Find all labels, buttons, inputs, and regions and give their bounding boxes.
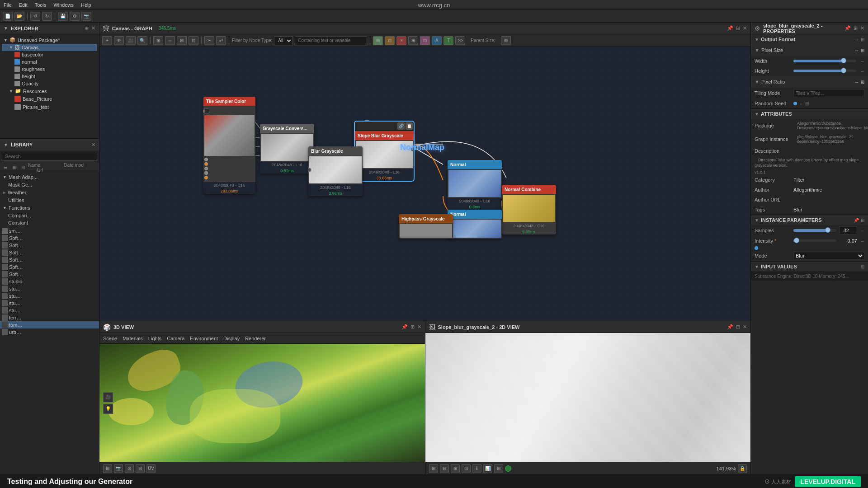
- settings-button[interactable]: ⚙: [70, 12, 80, 21]
- 2d-tb-2[interactable]: ⊟: [440, 464, 449, 473]
- tree-canvas[interactable]: ▼ 🖼 Canvas: [2, 44, 97, 51]
- menu-edit[interactable]: Edit: [19, 2, 28, 8]
- redo-button[interactable]: ↻: [42, 12, 52, 21]
- cat-compari[interactable]: Compari...: [0, 212, 99, 219]
- 2d-view-content[interactable]: [425, 333, 751, 462]
- filter-btn-1[interactable]: ⊞: [373, 36, 383, 45]
- graph-expand-btn[interactable]: ⊞: [736, 25, 740, 31]
- intensity-slider[interactable]: [793, 239, 836, 242]
- menu-display[interactable]: Display: [223, 336, 240, 341]
- 3d-tb-5[interactable]: UV: [146, 464, 156, 473]
- output-format-btn2[interactable]: ⊞: [861, 37, 864, 42]
- input-values-header[interactable]: ▼ INPUT VALUES ⊞: [751, 262, 868, 272]
- pixel-ratio-btn2[interactable]: ⊞: [861, 80, 864, 84]
- 2d-pin-btn[interactable]: 📌: [727, 324, 733, 330]
- graph-pin-btn[interactable]: 📌: [727, 25, 733, 31]
- menu-help[interactable]: Help: [81, 2, 91, 8]
- tree-roughness[interactable]: roughness: [2, 66, 97, 73]
- props-close[interactable]: ✕: [860, 25, 864, 31]
- new-button[interactable]: 📄: [3, 12, 13, 21]
- cat-mask-ge[interactable]: Mask Ge...: [0, 181, 99, 188]
- node-tile-sampler[interactable]: Tile Sampler Color: [203, 97, 255, 194]
- 2d-expand-btn[interactable]: ⊞: [736, 324, 740, 330]
- lib-row-8[interactable]: studio 02: [0, 285, 99, 292]
- tree-height[interactable]: height: [2, 73, 97, 80]
- filter-btn-2[interactable]: ⊡: [385, 36, 395, 45]
- output-format-btn1[interactable]: ↔: [854, 37, 859, 42]
- graph-tb-5[interactable]: ⊞: [153, 36, 163, 45]
- graph-tb-9[interactable]: ✂: [204, 36, 214, 45]
- lib-view-grid[interactable]: ⊞: [10, 164, 18, 172]
- input-values-btn[interactable]: ⊞: [861, 264, 864, 269]
- tree-picture-test[interactable]: Picture_test: [2, 103, 97, 111]
- tree-normal[interactable]: normal: [2, 58, 97, 66]
- cat-constant[interactable]: Constant: [0, 219, 99, 226]
- filter-type-select[interactable]: All: [274, 36, 293, 45]
- height-btn[interactable]: ↔: [860, 69, 864, 74]
- samples-slider[interactable]: [793, 229, 836, 232]
- lib-btn-3[interactable]: ⊟: [19, 164, 27, 172]
- cat-utilities[interactable]: Utilities: [0, 197, 99, 204]
- menu-scene[interactable]: Scene: [103, 336, 117, 341]
- 2d-tb-6[interactable]: 📊: [483, 464, 492, 473]
- graph-tb-view[interactable]: 👁: [114, 36, 124, 45]
- tree-unsaved-package[interactable]: ▼ 📦 Unsaved Package*: [2, 36, 97, 44]
- graph-tb-6[interactable]: ↔: [165, 36, 175, 45]
- 2d-tb-7[interactable]: ⊞: [494, 464, 503, 473]
- explorer-btn-2[interactable]: ✕: [91, 25, 95, 31]
- 2d-close-btn[interactable]: ✕: [743, 324, 747, 330]
- pixel-size-btn1[interactable]: ↔: [854, 48, 859, 53]
- graph-tb-add[interactable]: +: [102, 36, 112, 45]
- lib-row-11[interactable]: studio_05: [0, 307, 99, 314]
- menu-materials[interactable]: Materials: [123, 336, 143, 341]
- library-search-input[interactable]: [2, 152, 97, 161]
- instance-params-header[interactable]: ▼ INSTANCE PARAMETERS 📌 ⊞: [751, 215, 868, 225]
- node-normal-1[interactable]: Normal 2048x2048 - C16 0.6ms: [448, 160, 502, 210]
- props-pin[interactable]: 📌: [844, 25, 851, 31]
- 3d-close-btn[interactable]: ✕: [417, 324, 421, 330]
- filter-btn-red[interactable]: ×: [396, 36, 406, 45]
- graph-tb-cam[interactable]: 🎥: [126, 36, 136, 45]
- menu-renderer[interactable]: Renderer: [245, 336, 266, 341]
- 2d-tb-8[interactable]: [505, 465, 511, 472]
- lib-row-4[interactable]: Soft_2RingHighCon...: [0, 256, 99, 263]
- pixel-size-btn2[interactable]: ⊞: [861, 48, 864, 53]
- 3d-expand-btn[interactable]: ⊞: [410, 324, 415, 330]
- 2d-tb-grid[interactable]: ⊞: [451, 464, 460, 473]
- inst-params-btn1[interactable]: 📌: [854, 218, 859, 223]
- intensity-btn[interactable]: ↔: [860, 239, 864, 244]
- pixel-ratio-btn1[interactable]: ↔: [854, 80, 859, 84]
- lib-row-12[interactable]: terrace_near_the_gr...: [0, 314, 99, 321]
- node-grayscale-conv[interactable]: Grayscale Convers... 2048x2048 - L16 0.5…: [260, 124, 314, 174]
- menu-file[interactable]: File: [4, 2, 12, 8]
- cat-weather[interactable]: ▶ Weather,: [0, 188, 99, 197]
- lib-row-10[interactable]: studio_04: [0, 300, 99, 307]
- undo-button[interactable]: ↺: [30, 12, 40, 21]
- lib-row-14[interactable]: urban_exploring_int...: [0, 328, 99, 336]
- sb-icon-2[interactable]: 📋: [406, 122, 413, 130]
- node-normal-2[interactable]: Normal: [448, 210, 502, 239]
- tree-opacity[interactable]: Opacity: [2, 80, 97, 87]
- graph-tb-last[interactable]: ⊞: [501, 36, 511, 45]
- mode-select[interactable]: Blur: [793, 252, 864, 260]
- 2d-tb-lock[interactable]: 🔒: [738, 464, 747, 473]
- cat-functions[interactable]: ▼ Functions: [0, 204, 99, 212]
- 2d-tb-5[interactable]: ℹ: [472, 464, 481, 473]
- 3d-tb-1[interactable]: ⊞: [103, 464, 112, 473]
- camera-button[interactable]: 📷: [81, 12, 91, 21]
- 2d-tb-4[interactable]: ⊡: [462, 464, 471, 473]
- open-button[interactable]: 📂: [14, 12, 24, 21]
- save-button[interactable]: 💾: [58, 12, 68, 21]
- filter-btn-blue[interactable]: A: [432, 36, 442, 45]
- lib-row-2[interactable]: Soft_1Front_2Backs: [0, 242, 99, 249]
- sb-icon-1[interactable]: 🔗: [397, 122, 405, 130]
- 3d-ctrl-1[interactable]: 🎥: [103, 392, 113, 402]
- graph-tb-10[interactable]: ⇄: [216, 36, 226, 45]
- lib-view-list[interactable]: ☰: [2, 164, 9, 172]
- filter-btn-gray[interactable]: ⊞: [408, 36, 418, 45]
- 3d-canvas[interactable]: 🎥 💡: [99, 344, 425, 462]
- lib-row-6[interactable]: Soft_5DaylightStudio: [0, 271, 99, 278]
- samples-input[interactable]: [839, 226, 857, 235]
- filter-btn-pink[interactable]: ⊡: [420, 36, 430, 45]
- 3d-tb-4[interactable]: ⊟: [136, 464, 145, 473]
